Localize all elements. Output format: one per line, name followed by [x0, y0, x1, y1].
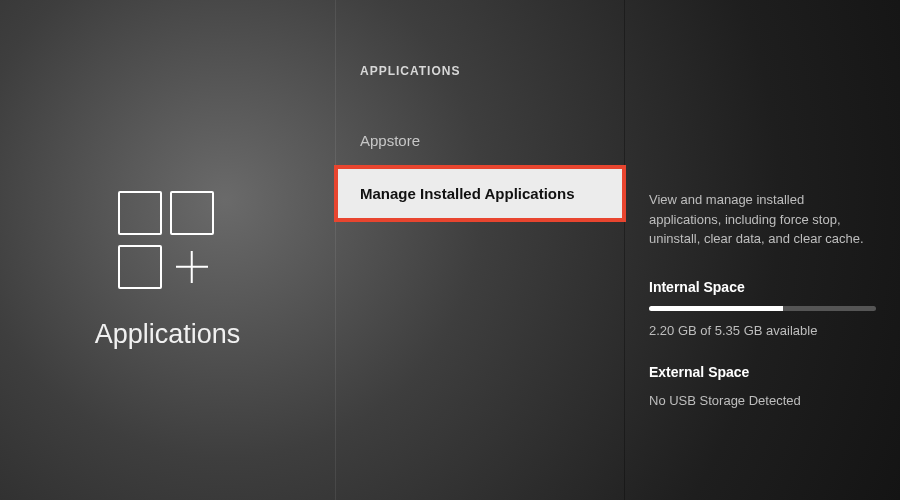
external-space-status: No USB Storage Detected: [649, 391, 876, 411]
internal-space-title: Internal Space: [649, 277, 876, 298]
internal-space-progress: [649, 306, 876, 311]
left-title: Applications: [95, 319, 241, 350]
square-icon: [118, 191, 162, 235]
detail-pane: View and manage installed applications, …: [625, 0, 900, 500]
menu-item-manage-installed-applications[interactable]: Manage Installed Applications: [336, 167, 624, 220]
menu-item-appstore[interactable]: Appstore: [336, 114, 624, 167]
square-icon: [170, 191, 214, 235]
plus-icon: [170, 245, 214, 289]
applications-icon: [118, 191, 218, 291]
menu-pane: APPLICATIONS Appstore Manage Installed A…: [335, 0, 625, 500]
external-space-title: External Space: [649, 362, 876, 383]
internal-space-text: 2.20 GB of 5.35 GB available: [649, 321, 876, 341]
square-icon: [118, 245, 162, 289]
section-header: APPLICATIONS: [336, 64, 624, 114]
item-description: View and manage installed applications, …: [649, 190, 876, 249]
left-pane: Applications: [0, 0, 335, 500]
internal-space-progress-fill: [649, 306, 783, 311]
